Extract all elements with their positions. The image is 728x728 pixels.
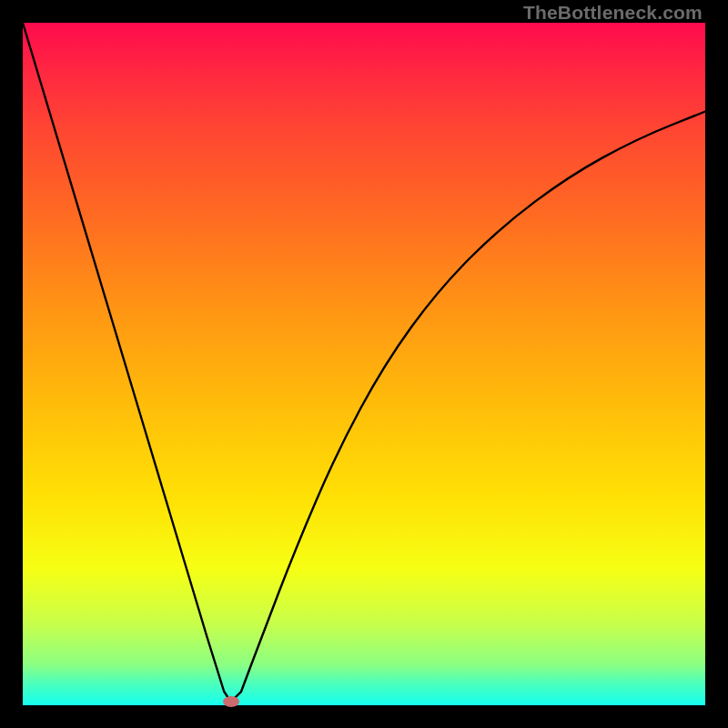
plot-area: [23, 23, 705, 705]
chart-frame: TheBottleneck.com: [0, 0, 728, 728]
curve-svg: [23, 23, 705, 705]
attribution-text: TheBottleneck.com: [523, 2, 703, 24]
optimal-point-marker: [223, 696, 239, 707]
bottleneck-curve-path: [23, 23, 705, 702]
